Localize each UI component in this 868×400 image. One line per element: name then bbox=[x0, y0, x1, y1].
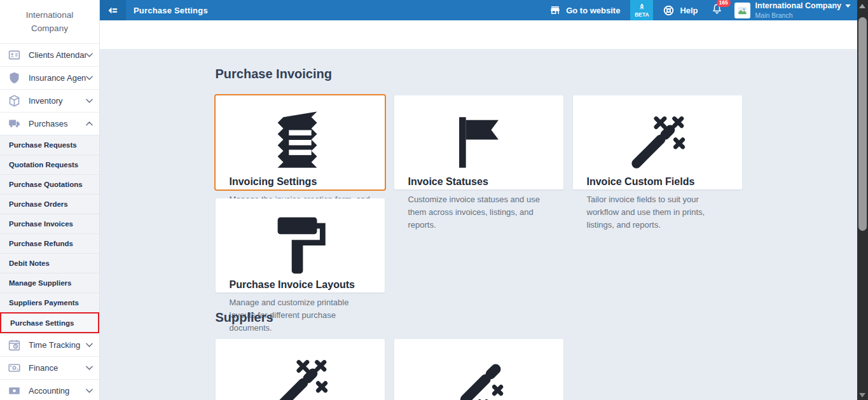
sidebar-item-insurance-agents[interactable]: Insurance Agents bbox=[0, 66, 99, 89]
chevron-down-icon bbox=[86, 389, 93, 393]
topbar-company-name: International Company bbox=[755, 1, 841, 11]
chevron-down-icon bbox=[86, 99, 93, 103]
caret-down-icon bbox=[845, 4, 851, 8]
id-card-icon bbox=[8, 48, 21, 62]
section-heading-purchase-invoicing: Purchase Invoicing bbox=[216, 67, 742, 81]
calendar-clock-icon bbox=[8, 338, 21, 352]
company-switcher[interactable]: International Company Main Branch bbox=[755, 1, 851, 19]
chevron-down-icon bbox=[86, 343, 93, 347]
header-strip bbox=[100, 20, 857, 49]
settings-card-supplier-custom-fields[interactable]: Supplier Custom Fields bbox=[216, 339, 385, 400]
go-to-website-label: Go to website bbox=[566, 6, 620, 15]
settings-card-invoice-custom-fields[interactable]: Invoice Custom FieldsTailor invoice fiel… bbox=[573, 95, 742, 190]
main-column: Purchase Settings Go to website BETA bbox=[100, 0, 857, 400]
help-button[interactable]: Help bbox=[663, 4, 698, 17]
help-lifebuoy-icon bbox=[663, 4, 675, 17]
sidebar-item-inventory[interactable]: Inventory bbox=[0, 89, 99, 112]
sidebar-nav: Clients AttendanceInsurance AgentsInvent… bbox=[0, 43, 99, 400]
settings-card-purchase-invoice-layouts[interactable]: Purchase Invoice LayoutsManage and custo… bbox=[216, 198, 385, 293]
sidebar: International Company Clients Attendance… bbox=[0, 0, 100, 400]
branch-name: Main Branch bbox=[755, 11, 851, 19]
magic-wand-icon bbox=[587, 109, 728, 176]
sidebar-subitem-purchase-settings[interactable]: Purchase Settings bbox=[0, 312, 99, 333]
sidebar-item-label: Accounting bbox=[29, 386, 86, 396]
company-avatar[interactable] bbox=[734, 3, 750, 18]
chevron-up-icon bbox=[86, 121, 93, 126]
topbar: Purchase Settings Go to website BETA bbox=[100, 0, 857, 20]
box-icon bbox=[8, 94, 21, 107]
sidebar-item-finance[interactable]: Finance bbox=[0, 356, 99, 379]
sidebar-company-logo[interactable]: International Company bbox=[0, 0, 99, 43]
card-grid: Invoicing SettingsManage the invoice cre… bbox=[216, 95, 742, 293]
cash-icon bbox=[8, 384, 21, 397]
sidebar-item-label: Insurance Agents bbox=[29, 73, 86, 83]
beta-label: BETA bbox=[635, 12, 649, 18]
sidebar-item-purchases[interactable]: Purchases bbox=[0, 112, 99, 135]
card-title: Invoice Custom Fields bbox=[587, 176, 728, 188]
chevron-down-icon bbox=[86, 76, 93, 80]
truck-icon bbox=[8, 117, 21, 130]
topbar-right: Go to website BETA Help bbox=[549, 0, 857, 20]
card-title: Purchase Invoice Layouts bbox=[230, 279, 371, 291]
collapse-sidebar-icon bbox=[107, 4, 119, 17]
sidebar-subitem-purchase-invoices[interactable]: Purchase Invoices bbox=[0, 214, 99, 233]
notifications-count-badge: 165 bbox=[717, 0, 731, 7]
banknote-icon bbox=[8, 361, 21, 375]
sidebar-subitem-quotation-requests[interactable]: Quotation Requests bbox=[0, 155, 99, 174]
sidebar-item-label: Clients Attendance bbox=[29, 50, 86, 60]
help-label: Help bbox=[680, 6, 698, 15]
sidebar-subitem-suppliers-payments[interactable]: Suppliers Payments bbox=[0, 293, 99, 312]
sidebar-item-label: Time Tracking bbox=[29, 340, 86, 350]
sidebar-subitem-purchase-orders[interactable]: Purchase Orders bbox=[0, 194, 99, 214]
storefront-icon bbox=[549, 4, 561, 16]
flag-icon bbox=[408, 109, 549, 176]
card-description: Tailor invoice fields to suit your workf… bbox=[587, 193, 728, 231]
chevron-down-icon bbox=[86, 53, 93, 57]
sidebar-item-time-tracking[interactable]: Time Tracking bbox=[0, 333, 99, 356]
sidebar-item-accounting[interactable]: Accounting bbox=[0, 379, 99, 400]
sidebar-collapse-button[interactable] bbox=[100, 0, 126, 20]
notifications-button[interactable]: 165 bbox=[711, 3, 723, 18]
window-scrollbar[interactable] bbox=[857, 0, 868, 400]
content-area: Purchase InvoicingInvoicing SettingsMana… bbox=[100, 49, 857, 400]
scrollbar-down-arrow[interactable] bbox=[859, 393, 865, 397]
page-title: Purchase Settings bbox=[134, 6, 208, 15]
settings-card-invoicing-settings[interactable]: Invoicing SettingsManage the invoice cre… bbox=[216, 95, 385, 190]
card-description: Customize invoice statuses and use them … bbox=[408, 193, 549, 231]
sidebar-item-label: Finance bbox=[29, 363, 86, 373]
settings-sections: Purchase InvoicingInvoicing SettingsMana… bbox=[216, 67, 742, 400]
scrollbar-up-arrow[interactable] bbox=[859, 4, 865, 8]
rocket-icon bbox=[638, 3, 646, 11]
paint-brush-icon bbox=[230, 212, 371, 279]
chevron-down-icon bbox=[86, 366, 93, 370]
shield-icon bbox=[8, 71, 21, 85]
scrollbar-thumb[interactable] bbox=[858, 17, 867, 231]
magic-wand-icon bbox=[230, 352, 371, 400]
settings-card-invoice-statuses[interactable]: Invoice StatusesCustomize invoice status… bbox=[394, 95, 563, 190]
beta-button[interactable]: BETA bbox=[630, 0, 653, 20]
go-to-website-button[interactable]: Go to website bbox=[549, 4, 620, 16]
image-placeholder-icon bbox=[737, 5, 748, 16]
sidebar-subitem-purchase-quotations[interactable]: Purchase Quotations bbox=[0, 174, 99, 194]
edit-pencil-icon bbox=[408, 352, 549, 400]
sidebar-item-label: Inventory bbox=[29, 96, 86, 106]
sidebar-subitem-manage-suppliers[interactable]: Manage Suppliers bbox=[0, 273, 99, 293]
sidebar-subitem-purchase-refunds[interactable]: Purchase Refunds bbox=[0, 233, 99, 253]
card-title: Invoicing Settings bbox=[230, 176, 371, 188]
receipt-icon bbox=[230, 109, 371, 176]
card-grid: Supplier Custom FieldsSupplier Related F… bbox=[216, 339, 742, 400]
sidebar-subitem-purchase-requests[interactable]: Purchase Requests bbox=[0, 135, 99, 155]
settings-card-supplier-related-forms[interactable]: Supplier Related Forms bbox=[394, 339, 563, 400]
app-window: International Company Clients Attendance… bbox=[0, 0, 868, 400]
sidebar-item-clients-attendance[interactable]: Clients Attendance bbox=[0, 43, 99, 66]
sidebar-item-label: Purchases bbox=[29, 119, 86, 128]
sidebar-subitem-debit-notes[interactable]: Debit Notes bbox=[0, 253, 99, 273]
card-title: Invoice Statuses bbox=[408, 176, 549, 188]
sidebar-submenu-purchases: Purchase RequestsQuotation RequestsPurch… bbox=[0, 135, 99, 333]
